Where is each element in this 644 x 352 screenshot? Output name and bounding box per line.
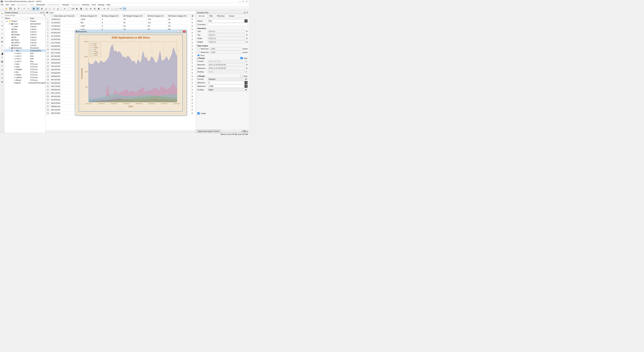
- line-chart-icon[interactable]: 📈: [0, 32, 4, 35]
- box-icon[interactable]: □: [0, 20, 4, 23]
- menu-spreadsheet[interactable]: Spreadsheet: [17, 4, 27, 6]
- tree-item-worksheet[interactable]: ▾▦WorksheetWorksheet: [4, 47, 46, 49]
- plot-icon-1[interactable]: ◫▾: [71, 7, 75, 10]
- new-sheet-icon[interactable]: 📄▾: [62, 7, 65, 10]
- spin-icon[interactable]: ⇅: [246, 30, 248, 32]
- visible-checkbox[interactable]: [198, 112, 200, 114]
- tree-item-labplot[interactable]: ▤LabPlotColumn: [4, 41, 46, 44]
- tree-item-plot[interactable]: ▾📈PlotCartesianPlot: [4, 49, 46, 52]
- menu-analysis[interactable]: Analysis: [62, 4, 69, 6]
- dots3-icon[interactable]: ⋰: [0, 88, 4, 91]
- dots4-icon[interactable]: ⋱: [0, 92, 4, 95]
- clear-icon[interactable]: ⌫: [244, 85, 248, 88]
- l-icon[interactable]: L: [0, 44, 4, 47]
- tree-item-project[interactable]: ▸📁ProjectProject: [4, 20, 46, 22]
- cursor-icon[interactable]: ➤: [102, 7, 106, 10]
- menu-settings[interactable]: Settings: [98, 4, 104, 6]
- fit-icon[interactable]: ∿: [52, 7, 56, 10]
- dots2-icon[interactable]: ⋮: [0, 84, 4, 87]
- open-folder-icon[interactable]: 📂: [5, 7, 8, 10]
- menu-edit[interactable]: Edit: [6, 4, 9, 6]
- menu-file[interactable]: File: [1, 4, 4, 6]
- panel-undock-icon[interactable]: ◱: [40, 11, 42, 13]
- spin-icon[interactable]: ⇅: [246, 37, 248, 39]
- menu-view[interactable]: View: [11, 4, 15, 6]
- split-icon-2[interactable]: ⊟: [89, 7, 92, 10]
- tree-item-filelight[interactable]: ▤FilelightColumn: [4, 33, 46, 36]
- tree-item-elisa[interactable]: ∿ElisaXYCurve: [4, 65, 46, 68]
- chart-icon[interactable]: 📊: [44, 7, 48, 10]
- save-icon[interactable]: 💾: [9, 7, 12, 10]
- show-last-radio[interactable]: [198, 48, 200, 50]
- menu-tools[interactable]: Tools: [92, 4, 96, 6]
- ring-icon[interactable]: ◐: [0, 40, 4, 43]
- search-input[interactable]: [4, 14, 43, 17]
- panel-close-icon[interactable]: ✕: [42, 11, 45, 13]
- ws-close-button[interactable]: ✕: [183, 30, 186, 32]
- props-tab-title[interactable]: Title: [207, 14, 215, 18]
- plot-icon-2[interactable]: ◧: [75, 7, 79, 10]
- new-file-icon[interactable]: 📄: [1, 7, 4, 10]
- tree-item-kile[interactable]: ∿KileXYCurve: [4, 71, 46, 73]
- vbracket-icon[interactable]: ⊐: [0, 76, 4, 79]
- tree-item-okular[interactable]: ∿OkularXYCurve: [4, 79, 46, 81]
- y-format-select[interactable]: Numeric: [208, 78, 248, 81]
- x-auto-checkbox[interactable]: [240, 57, 243, 59]
- props-close-icon[interactable]: ✕: [246, 11, 248, 13]
- clear-search-icon[interactable]: ✕: [43, 14, 46, 17]
- redo-icon[interactable]: ↷: [26, 7, 30, 10]
- project-tree[interactable]: ▸📁ProjectProject▾▦CountSpreadsheet 🕓Date…: [4, 20, 46, 133]
- worksheet-subwindow[interactable]: ▦ Worksheet _ ▢ ✕ KDE Applications in MS…: [75, 30, 186, 115]
- area-icon[interactable]: ▲: [0, 36, 4, 39]
- y-scaling-select[interactable]: linear: [208, 88, 248, 91]
- tree-item-x-axis-2[interactable]: ⌐x axis 2Axis: [4, 55, 46, 57]
- tree-item-kile[interactable]: ▤KileColumn: [4, 36, 46, 38]
- y-max-input[interactable]: [208, 85, 244, 88]
- menu-help[interactable]: Help: [106, 4, 110, 6]
- zoom-icon-2[interactable]: ⛶▾: [114, 7, 118, 10]
- print-icon[interactable]: 🖨: [13, 7, 16, 10]
- props-tab-general[interactable]: General: [196, 14, 207, 18]
- tree-item-kate[interactable]: ∿KateXYCurve: [4, 63, 46, 65]
- undo-icon[interactable]: ↶: [22, 7, 26, 10]
- tree-item-date[interactable]: 🕓DateColumn: [4, 25, 46, 28]
- image-icon[interactable]: 🖼: [0, 60, 4, 63]
- theme-export-icon[interactable]: ⇲: [246, 130, 248, 132]
- tree-item-x-axis-1[interactable]: ⌐x axis 1Axis: [4, 52, 46, 55]
- props-tab-plot-area[interactable]: Plot Area: [215, 14, 227, 18]
- y-auto-checkbox[interactable]: [240, 75, 243, 77]
- custom-icon[interactable]: ⊡: [0, 68, 4, 71]
- move-icon[interactable]: ⊹: [0, 64, 4, 67]
- tree-item-kate[interactable]: ▤KateColumn: [4, 28, 46, 30]
- spin-icon[interactable]: ⇅: [246, 41, 248, 43]
- comment-input[interactable]: [208, 23, 248, 26]
- horizontal-scrollbar[interactable]: [46, 130, 196, 133]
- props-tab-cursor[interactable]: Cursor: [226, 14, 236, 18]
- layout-icon-2[interactable]: ▤: [36, 7, 40, 10]
- ws-max-button[interactable]: ▢: [180, 30, 183, 32]
- tree-col-type[interactable]: Type: [30, 17, 46, 20]
- maximize-button[interactable]: ☐: [242, 0, 245, 2]
- t-icon[interactable]: T: [0, 56, 4, 59]
- show-first-radio[interactable]: [198, 51, 200, 53]
- plot-icon-3[interactable]: 🖼: [79, 7, 83, 10]
- tree-item-filelight[interactable]: ∿FilelightXYCurve: [4, 68, 46, 71]
- spin-icon[interactable]: ⇅: [246, 64, 248, 66]
- tree-item-y-axis-2[interactable]: ⌐y axis 2Axis: [4, 60, 46, 63]
- axis-l-icon[interactable]: ⌐: [0, 48, 4, 51]
- menu-cas-worksheet[interactable]: CAS Worksheet: [47, 4, 60, 6]
- curve-icon[interactable]: 📈: [48, 7, 52, 10]
- tree-item-y-axis-1[interactable]: ⌐y axis 1Axis: [4, 57, 46, 60]
- ws-min-button[interactable]: _: [177, 30, 180, 32]
- menu-datapicker[interactable]: Datapicker: [71, 4, 80, 6]
- export-icon[interactable]: ⇱: [17, 7, 20, 10]
- split-icon-3[interactable]: ⊞: [93, 7, 96, 10]
- tree-item-kstars[interactable]: ▤KStarsColumn: [4, 38, 46, 41]
- paint-icon[interactable]: 🖌: [56, 7, 60, 10]
- bracket-icon[interactable]: ⊏: [0, 72, 4, 75]
- theme-save-icon[interactable]: 💾: [244, 130, 246, 132]
- tree-item-kstars[interactable]: ∿KStarsXYCurve: [4, 73, 46, 76]
- name-input[interactable]: [208, 19, 244, 22]
- sheet-tab[interactable]: Count: [49, 11, 54, 13]
- dots-icon[interactable]: ⊞: [0, 80, 4, 83]
